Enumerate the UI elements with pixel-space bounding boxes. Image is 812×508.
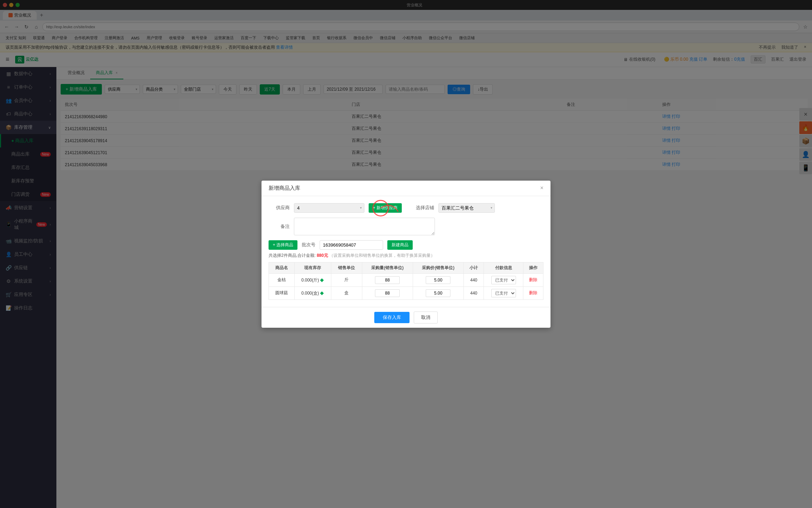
col-subtotal: 小计: [464, 262, 484, 273]
modal-store-select[interactable]: 百果汇二号果仓: [438, 203, 495, 213]
modal-overlay: 新增商品入库 × 供应商 4 + 新增供应商 选择店铺 百果汇二号果仓: [0, 0, 812, 508]
product-payment-1: 已支付: [484, 273, 523, 286]
product-subtotal-2: 440: [464, 286, 484, 300]
product-payment-2: 已支付: [484, 286, 523, 300]
select-product-btn[interactable]: + 选择商品: [269, 240, 297, 250]
product-op-2: 删除: [523, 286, 543, 300]
product-table: 商品名 现有库存 销售单位 采购量(销售单位) 采购价(销售单位) 小计 付款信…: [269, 262, 543, 300]
modal-close-btn[interactable]: ×: [540, 185, 543, 191]
product-op-1: 删除: [523, 273, 543, 286]
batch-no-input[interactable]: [320, 240, 383, 250]
modal-supplier-select-wrapper: 4: [294, 203, 364, 213]
product-row-1: 金桔 0.000(斤) ◆ 斤 440: [269, 273, 543, 286]
modal-footer: 保存入库 取消: [262, 307, 550, 328]
price-input-2[interactable]: [426, 289, 450, 297]
product-unit-1: 斤: [331, 273, 362, 286]
qty-input-2[interactable]: [375, 289, 400, 297]
col-purchase-price: 采购价(销售单位): [413, 262, 463, 273]
summary-note: （设置采购单位和销售单位的换算，有助于换算采购量）: [329, 253, 435, 258]
col-purchase-qty: 采购量(销售单位): [362, 262, 413, 273]
form-row-note: 备注: [269, 218, 543, 235]
note-form-label: 备注: [269, 223, 290, 230]
product-qty-1: [362, 273, 413, 286]
supplier-form-label: 供应商: [269, 205, 290, 211]
summary-amount: 880元: [317, 253, 328, 258]
product-price-1: [413, 273, 463, 286]
product-name-1: 金桔: [269, 273, 295, 286]
product-price-2: [413, 286, 463, 300]
stock-icon-1[interactable]: ◆: [320, 277, 324, 283]
payment-select-2[interactable]: 已支付: [491, 289, 516, 297]
payment-select-1[interactable]: 已支付: [491, 276, 516, 284]
cancel-btn[interactable]: 取消: [414, 312, 438, 323]
product-unit-2: 盒: [331, 286, 362, 300]
price-input-1[interactable]: [426, 276, 450, 284]
modal-store-select-wrapper: 百果汇二号果仓: [438, 203, 495, 213]
summary-bar: 共选择2件商品,合计金额: 880元 （设置采购单位和销售单位的换算，有助于换算…: [269, 253, 543, 259]
product-qty-2: [362, 286, 413, 300]
delete-btn-2[interactable]: 删除: [529, 290, 537, 295]
new-product-btn[interactable]: 新建商品: [387, 240, 413, 250]
col-product-name: 商品名: [269, 262, 295, 273]
delete-btn-1[interactable]: 删除: [529, 277, 537, 282]
summary-text: 共选择2件商品,合计金额:: [269, 253, 315, 258]
product-table-head: 商品名 现有库存 销售单位 采购量(销售单位) 采购价(销售单位) 小计 付款信…: [269, 262, 543, 273]
product-stock-1: 0.000(斤) ◆: [294, 273, 331, 286]
product-name-2: 圆球菇: [269, 286, 295, 300]
batch-no-label: 批次号: [302, 242, 315, 248]
add-stock-modal: 新增商品入库 × 供应商 4 + 新增供应商 选择店铺 百果汇二号果仓: [262, 181, 550, 328]
col-current-stock: 现有库存: [294, 262, 331, 273]
product-subtotal-1: 440: [464, 273, 484, 286]
stock-icon-2[interactable]: ◆: [320, 290, 324, 296]
modal-supplier-select[interactable]: 4: [294, 203, 364, 213]
note-textarea[interactable]: [294, 218, 435, 235]
col-payment: 付款信息: [484, 262, 523, 273]
modal-title: 新增商品入库: [269, 185, 300, 192]
form-row-supplier: 供应商 4 + 新增供应商 选择店铺 百果汇二号果仓: [269, 203, 543, 213]
select-store-label: 选择店铺: [413, 205, 434, 211]
save-btn[interactable]: 保存入库: [374, 312, 410, 323]
qty-input-1[interactable]: [375, 276, 400, 284]
modal-header: 新增商品入库 ×: [262, 181, 550, 196]
modal-body: 供应商 4 + 新增供应商 选择店铺 百果汇二号果仓 备注: [262, 196, 550, 307]
col-op: 操作: [523, 262, 543, 273]
modal-action-row: + 选择商品 批次号 新建商品: [269, 240, 543, 250]
product-stock-2: 0.000(盒) ◆: [294, 286, 331, 300]
cursor-annotation: [370, 198, 391, 220]
col-sale-unit: 销售单位: [331, 262, 362, 273]
product-table-body: 金桔 0.000(斤) ◆ 斤 440: [269, 273, 543, 300]
product-row-2: 圆球菇 0.000(盒) ◆ 盒 440: [269, 286, 543, 300]
